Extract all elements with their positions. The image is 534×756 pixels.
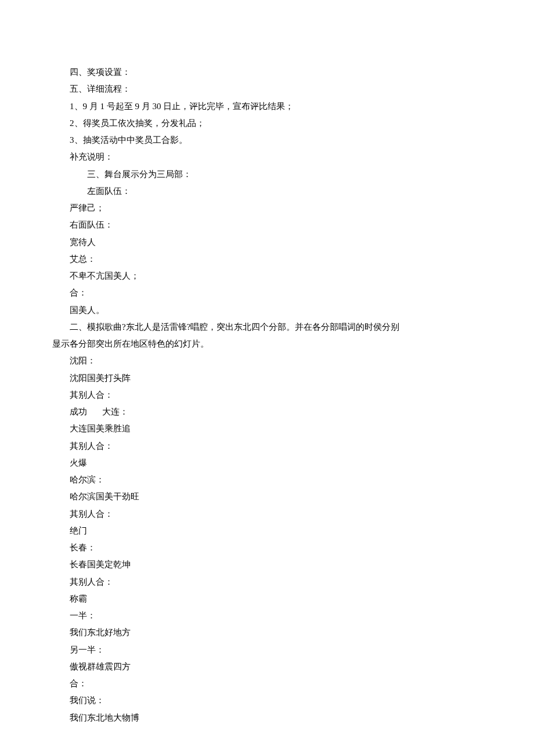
text-line: 大连国美乘胜追 [52, 420, 482, 437]
text-line: 右面队伍： [52, 217, 482, 233]
text-line: 绝门 [52, 523, 482, 539]
text-line: 沈阳国美打头阵 [52, 370, 482, 387]
text-line: 国美人。 [52, 302, 482, 319]
text-line: 二、模拟歌曲?东北人是活雷锋?唱腔，突出东北四个分部。并在各分部唱词的时侯分别 [52, 319, 482, 336]
text-line: 一半： [52, 607, 482, 624]
text-line: 其别人合： [52, 387, 482, 404]
text-line: 合： [52, 285, 482, 301]
text-line: 称霸 [52, 591, 482, 607]
text-line: 哈尔滨： [52, 471, 482, 488]
text-line: 补充说明： [52, 149, 482, 165]
text-line: 合： [52, 675, 482, 692]
text-line: 其别人合： [52, 506, 482, 523]
text-line: 我们东北好地方 [52, 624, 482, 641]
text-line: 左面队伍： [52, 183, 482, 200]
text-line: 2、得奖员工依次抽奖，分发礼品； [52, 115, 482, 132]
text-line: 火爆 [52, 455, 482, 471]
text-line: 其别人合： [52, 438, 482, 455]
text-line: 1、9 月 1 号起至 9 月 30 日止，评比完毕，宣布评比结果； [52, 98, 482, 115]
text-line: 3、抽奖活动中中奖员工合影。 [52, 132, 482, 149]
text-line: 严律己； [52, 200, 482, 217]
text-line: 成功 大连： [52, 404, 482, 420]
text-line: 我们说： [52, 692, 482, 709]
text-line: 长春国美定乾坤 [52, 556, 482, 573]
document-page: 四、奖项设置：五、详细流程：1、9 月 1 号起至 9 月 30 日止，评比完毕… [0, 0, 534, 756]
text-line: 哈尔滨国美干劲旺 [52, 488, 482, 505]
document-content: 四、奖项设置：五、详细流程：1、9 月 1 号起至 9 月 30 日止，评比完毕… [52, 64, 482, 726]
text-line: 另一半： [52, 642, 482, 658]
text-line: 我们东北地大物博 [52, 710, 482, 726]
text-line: 宽待人 [52, 234, 482, 251]
text-line: 三、舞台展示分为三局部： [52, 166, 482, 183]
text-line: 不卑不亢国美人； [52, 268, 482, 285]
text-line: 沈阳： [52, 352, 482, 369]
text-line: 傲视群雄震四方 [52, 658, 482, 675]
text-line: 四、奖项设置： [52, 64, 482, 81]
text-line: 艾总： [52, 251, 482, 268]
text-line: 显示各分部突出所在地区特色的幻灯片。 [52, 336, 482, 352]
text-line: 五、详细流程： [52, 81, 482, 98]
text-line: 长春： [52, 539, 482, 556]
text-line: 其别人合： [52, 574, 482, 591]
